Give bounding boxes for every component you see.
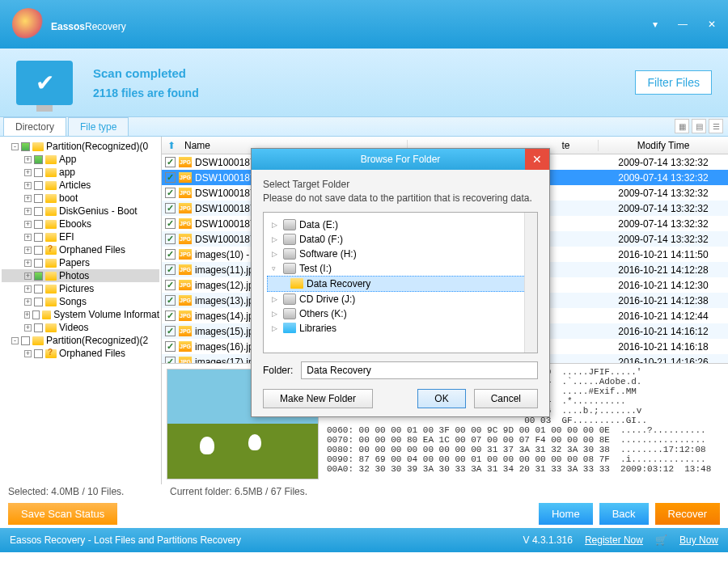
row-checkbox[interactable]: ✓: [165, 218, 176, 229]
current-folder-info: Current folder: 6.5MB / 67 Files.: [170, 486, 307, 497]
tree-item[interactable]: +Papers: [2, 256, 159, 269]
save-scan-button[interactable]: Save Scan Status: [8, 503, 117, 525]
row-checkbox[interactable]: ✓: [165, 249, 176, 260]
tree-item[interactable]: +System Volume Informat: [2, 308, 159, 321]
tree-item[interactable]: +Orphaned Files: [2, 347, 159, 360]
row-checkbox[interactable]: ✓: [165, 357, 176, 363]
folder-icon: [45, 207, 57, 216]
dropdown-icon[interactable]: ▾: [653, 19, 658, 30]
minimize-button[interactable]: —: [678, 19, 688, 30]
file-modify-time: 2016-10-21 14:11:50: [599, 249, 728, 260]
drive-node-expanded[interactable]: ▿Test (I:): [267, 261, 534, 276]
tree-item[interactable]: +App: [2, 153, 159, 166]
tab-filetype[interactable]: File type: [68, 117, 129, 136]
row-checkbox[interactable]: ✓: [165, 280, 176, 290]
row-checkbox[interactable]: ✓: [165, 157, 176, 167]
file-icon: JPG: [179, 264, 192, 275]
app-name: EassosRecovery: [51, 14, 126, 35]
recover-button[interactable]: Recover: [655, 503, 720, 525]
home-button[interactable]: Home: [539, 503, 593, 525]
folder-icon: [45, 259, 57, 268]
tree-item[interactable]: +Pictures: [2, 282, 159, 295]
folder-icon: [45, 194, 57, 203]
folder-tree[interactable]: ▷Data (E:) ▷Data0 (F:) ▷Software (H:) ▿T…: [263, 212, 538, 353]
cart-icon: 🛒: [655, 534, 667, 546]
directory-tree[interactable]: -Partition(Recognized)(0 +App+app+Articl…: [0, 137, 162, 484]
folder-icon: [45, 285, 57, 294]
file-icon: JPG: [179, 188, 192, 198]
row-checkbox[interactable]: ✓: [165, 188, 176, 198]
row-checkbox[interactable]: ✓: [165, 310, 176, 321]
tree-item[interactable]: +Songs: [2, 295, 159, 308]
filter-files-button[interactable]: Filter Files: [635, 70, 712, 95]
view-list[interactable]: ☰: [709, 119, 723, 133]
action-bar: Save Scan Status Home Back Recover: [0, 499, 728, 528]
view-large-icons[interactable]: ▦: [675, 119, 689, 133]
cancel-button[interactable]: Cancel: [474, 389, 538, 408]
file-icon: JPG: [179, 249, 192, 260]
tree-item[interactable]: +app: [2, 166, 159, 179]
folder-icon: [45, 349, 57, 358]
tab-directory[interactable]: Directory: [3, 117, 66, 136]
drive-node[interactable]: ▷Others (K:): [267, 306, 534, 321]
library-icon: [283, 323, 296, 333]
libraries-node[interactable]: ▷Libraries: [267, 321, 534, 336]
file-icon: JPG: [179, 280, 192, 290]
drive-icon: [283, 308, 296, 319]
drive-icon: [32, 336, 44, 345]
footer-tagline: Eassos Recovery - Lost Files and Partiti…: [10, 534, 241, 546]
row-checkbox[interactable]: ✓: [165, 326, 176, 336]
drive-icon: [283, 294, 296, 305]
tree-item[interactable]: +Videos: [2, 321, 159, 334]
file-icon: JPG: [179, 157, 192, 167]
monitor-icon: ✔: [16, 61, 73, 105]
folder-icon: [42, 310, 51, 319]
register-link[interactable]: Register Now: [585, 534, 643, 546]
close-button[interactable]: ✕: [708, 19, 716, 30]
file-modify-time: 2016-10-21 14:12:28: [599, 264, 728, 276]
drive-icon: [283, 219, 296, 230]
tree-item[interactable]: +Ebooks: [2, 218, 159, 230]
logo-icon: [12, 8, 44, 40]
drive-node[interactable]: ▷Software (H:): [267, 247, 534, 261]
folder-node-selected[interactable]: Data Recovery: [267, 276, 534, 292]
tree-item[interactable]: +Articles: [2, 179, 159, 192]
ok-button[interactable]: OK: [417, 389, 465, 408]
dialog-title-bar[interactable]: Browse For Folder ✕: [252, 149, 549, 170]
make-new-folder-button[interactable]: Make New Folder: [263, 389, 373, 408]
tree-item[interactable]: +DiskGenius - Boot: [2, 205, 159, 218]
row-checkbox[interactable]: ✓: [165, 295, 176, 306]
scrollbar[interactable]: [524, 213, 537, 353]
drive-node[interactable]: ▷CD Drive (J:): [267, 292, 534, 306]
buy-now-link[interactable]: Buy Now: [679, 534, 718, 546]
drive-node[interactable]: ▷Data (E:): [267, 218, 534, 232]
file-modify-time: 2009-07-14 13:32:32: [599, 234, 728, 245]
tree-partition-2[interactable]: -Partition(Recognized)(2: [2, 334, 159, 347]
row-checkbox[interactable]: ✓: [165, 341, 176, 352]
col-modify-time[interactable]: Modify Time: [599, 140, 728, 151]
dialog-title: Browse For Folder: [361, 154, 441, 165]
row-checkbox[interactable]: ✓: [165, 264, 176, 275]
footer: Eassos Recovery - Lost Files and Partiti…: [0, 528, 728, 552]
scan-status-count: 2118 files are found: [93, 87, 199, 99]
up-folder-button[interactable]: ⬆: [162, 140, 181, 151]
file-modify-time: 2016-10-21 14:12:44: [599, 310, 728, 322]
file-icon: JPG: [179, 341, 192, 352]
drive-node[interactable]: ▷Data0 (F:): [267, 232, 534, 247]
tree-item[interactable]: +boot: [2, 192, 159, 205]
row-checkbox[interactable]: ✓: [165, 172, 176, 183]
tree-item[interactable]: +Orphaned Files: [2, 243, 159, 256]
tree-partition-1[interactable]: -Partition(Recognized)(0: [2, 140, 159, 153]
back-button[interactable]: Back: [599, 503, 649, 525]
row-checkbox[interactable]: ✓: [165, 203, 176, 213]
dialog-close-button[interactable]: ✕: [525, 149, 549, 170]
row-checkbox[interactable]: ✓: [165, 234, 176, 244]
folder-icon: [290, 278, 303, 289]
folder-input[interactable]: Data Recovery: [301, 361, 538, 379]
file-modify-time: 2016-10-21 14:16:18: [599, 341, 728, 353]
folder-icon: [45, 181, 57, 190]
tree-item[interactable]: +Photos: [2, 269, 159, 282]
file-modify-time: 2009-07-14 13:32:32: [599, 172, 728, 184]
view-small-icons[interactable]: ▤: [692, 119, 706, 133]
tree-item[interactable]: +EFI: [2, 230, 159, 243]
